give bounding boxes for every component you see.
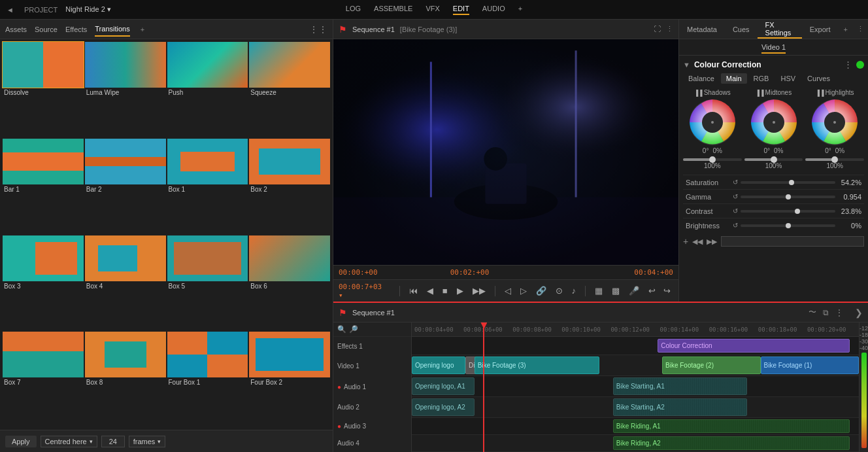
bike-footage-3-clip[interactable]: Bike Footage (3) bbox=[475, 356, 600, 374]
gamma-thumb[interactable] bbox=[786, 194, 791, 200]
transition-box1[interactable]: Box 1 bbox=[167, 139, 248, 234]
saturation-reset-icon[interactable]: ↺ bbox=[733, 179, 738, 186]
transition-fourbox1[interactable]: Four Box 1 bbox=[167, 332, 248, 427]
mic-icon[interactable]: 🎤 bbox=[626, 285, 642, 297]
tab-export[interactable]: Export bbox=[802, 20, 839, 39]
bike-riding-a1-clip[interactable]: Bike Riding, A1 bbox=[613, 419, 850, 433]
midtones-slider-thumb[interactable] bbox=[771, 156, 777, 163]
bike-starting-a2-clip[interactable]: Bike Starting, A2 bbox=[613, 398, 747, 416]
bike-footage-2-clip[interactable]: Bike Footage (2) bbox=[662, 356, 760, 374]
cc-subtab-hsv[interactable]: HSV bbox=[775, 73, 801, 84]
transition-dissolve[interactable]: Dissolve bbox=[3, 42, 84, 137]
cc-enabled-toggle[interactable] bbox=[856, 61, 864, 69]
panel-options-icon[interactable]: ⋮⋮ bbox=[309, 24, 327, 35]
midtones-color-wheel[interactable] bbox=[750, 99, 797, 146]
audio3-solo-icon[interactable]: ● bbox=[337, 423, 341, 430]
nav-add[interactable]: + bbox=[518, 5, 522, 15]
contrast-thumb[interactable] bbox=[795, 209, 800, 214]
zoom-icon[interactable]: ▦ bbox=[592, 285, 605, 297]
transition-lumawipe[interactable]: Luma Wipe bbox=[85, 42, 166, 137]
gamma-reset-icon[interactable]: ↺ bbox=[733, 193, 738, 200]
fullscreen-icon[interactable]: ⛶ bbox=[654, 25, 661, 33]
match-frame-button[interactable]: ⊙ bbox=[553, 285, 565, 297]
transition-fourbox2[interactable]: Four Box 2 bbox=[249, 332, 330, 427]
nav-vfx[interactable]: VFX bbox=[426, 5, 439, 15]
highlights-color-wheel[interactable] bbox=[811, 99, 858, 146]
video1-tab[interactable]: Video 1 bbox=[761, 43, 786, 54]
goto-start-button[interactable]: ⏮ bbox=[407, 285, 420, 297]
redo-button[interactable]: ↪ bbox=[661, 285, 673, 297]
current-timecode[interactable]: 00:00:7+03 ▾ bbox=[339, 283, 390, 300]
contrast-reset-icon[interactable]: ↺ bbox=[733, 207, 738, 215]
back-button[interactable]: ◄ bbox=[7, 6, 14, 14]
transition-box3[interactable]: Box 3 bbox=[3, 235, 84, 331]
brightness-thumb[interactable] bbox=[786, 223, 791, 228]
transition-box4[interactable]: Box 4 bbox=[85, 235, 166, 331]
gamma-slider[interactable] bbox=[741, 196, 835, 198]
brightness-slider[interactable] bbox=[741, 224, 835, 227]
tab-metadata[interactable]: Metadata bbox=[679, 20, 725, 39]
tab-transitions[interactable]: Transitions bbox=[95, 22, 129, 37]
link-button[interactable]: 🔗 bbox=[533, 285, 549, 297]
shadows-slider-thumb[interactable] bbox=[709, 156, 716, 163]
tab-add[interactable]: + bbox=[141, 26, 144, 33]
prev-frame-button[interactable]: ◀ bbox=[424, 285, 436, 297]
mark-in-button[interactable]: ◁ bbox=[502, 285, 514, 297]
cc-add-icon[interactable]: + bbox=[683, 236, 688, 247]
transition-box2[interactable]: Box 2 bbox=[249, 139, 330, 234]
nav-audio[interactable]: AUDIO bbox=[482, 5, 505, 15]
nav-log[interactable]: LOG bbox=[346, 5, 361, 15]
layout-icon[interactable]: ▩ bbox=[609, 285, 622, 297]
tab-cues[interactable]: Cues bbox=[725, 20, 758, 39]
cc-collapse-icon[interactable]: ▼ bbox=[683, 61, 690, 69]
tab-fx-settings[interactable]: FX Settings bbox=[758, 20, 802, 39]
transition-bar2[interactable]: Bar 2 bbox=[85, 139, 166, 234]
zoom-in-icon[interactable]: 🔎 bbox=[349, 325, 358, 334]
nav-assemble[interactable]: ASSEMBLE bbox=[374, 5, 412, 15]
opening-logo-clip[interactable]: Opening logo bbox=[412, 356, 465, 374]
transition-box5[interactable]: Box 5 bbox=[167, 235, 248, 331]
stop-button[interactable]: ■ bbox=[440, 285, 450, 297]
play-button[interactable]: ▶ bbox=[454, 285, 466, 297]
cc-prev-icon[interactable]: ◀◀ bbox=[692, 237, 703, 246]
highlights-slider-track[interactable] bbox=[805, 158, 864, 161]
cc-keyframe-bar[interactable] bbox=[721, 236, 864, 247]
shadows-color-wheel[interactable] bbox=[689, 99, 736, 146]
transition-squeeze[interactable]: Squeeze bbox=[249, 42, 330, 137]
opening-logo-a2-clip[interactable]: Opening logo, A2 bbox=[412, 398, 475, 416]
tab-effects[interactable]: Effects bbox=[65, 23, 87, 36]
collapse-button[interactable]: ❯ bbox=[855, 307, 863, 318]
transition-box6[interactable]: Box 6 bbox=[249, 235, 330, 331]
transition-box8[interactable]: Box 8 bbox=[85, 332, 166, 427]
cc-next-icon[interactable]: ▶▶ bbox=[707, 237, 717, 246]
opening-logo-a1-clip[interactable]: Opening logo, A1 bbox=[412, 377, 475, 395]
mark-out-button[interactable]: ▷ bbox=[518, 285, 529, 297]
timeline-copy-button[interactable]: ⧉ bbox=[822, 305, 830, 319]
center-dropdown[interactable]: Centred here ▾ bbox=[41, 436, 97, 447]
frames-dropdown[interactable]: frames ▾ bbox=[129, 436, 166, 447]
bike-footage-1-clip[interactable]: Bike Footage (1) bbox=[761, 356, 859, 374]
tab-add-icon[interactable]: + bbox=[839, 20, 853, 39]
timeline-options-button[interactable]: ⋮ bbox=[834, 305, 844, 319]
timeline-waveform-button[interactable]: 〜 bbox=[807, 305, 818, 319]
duration-input[interactable] bbox=[101, 436, 125, 447]
cc-subtab-main[interactable]: Main bbox=[721, 73, 747, 84]
transition-box7[interactable]: Box 7 bbox=[3, 332, 84, 427]
preview-options-icon[interactable]: ⋮ bbox=[666, 25, 673, 33]
collapse-icon[interactable]: ❯ bbox=[855, 307, 863, 318]
saturation-slider[interactable] bbox=[741, 181, 835, 184]
tab-source[interactable]: Source bbox=[35, 23, 58, 36]
bike-riding-a2-clip[interactable]: Bike Riding, A2 bbox=[613, 436, 850, 450]
transition-push[interactable]: Push bbox=[167, 42, 248, 137]
zoom-out-icon[interactable]: 🔍 bbox=[337, 325, 346, 334]
right-panel-options-icon[interactable]: ⋮ bbox=[853, 20, 868, 39]
cc-options-icon[interactable]: ⋮ bbox=[844, 60, 852, 69]
cc-subtab-rgb[interactable]: RGB bbox=[748, 73, 775, 84]
brightness-reset-icon[interactable]: ↺ bbox=[733, 222, 738, 229]
saturation-thumb[interactable] bbox=[789, 180, 794, 185]
next-frame-button[interactable]: ▶▶ bbox=[470, 285, 488, 297]
shadows-slider-track[interactable] bbox=[683, 158, 742, 161]
cc-subtab-curves[interactable]: Curves bbox=[802, 73, 835, 84]
audio1-solo-icon[interactable]: ● bbox=[337, 383, 341, 391]
undo-button[interactable]: ↩ bbox=[646, 285, 658, 297]
